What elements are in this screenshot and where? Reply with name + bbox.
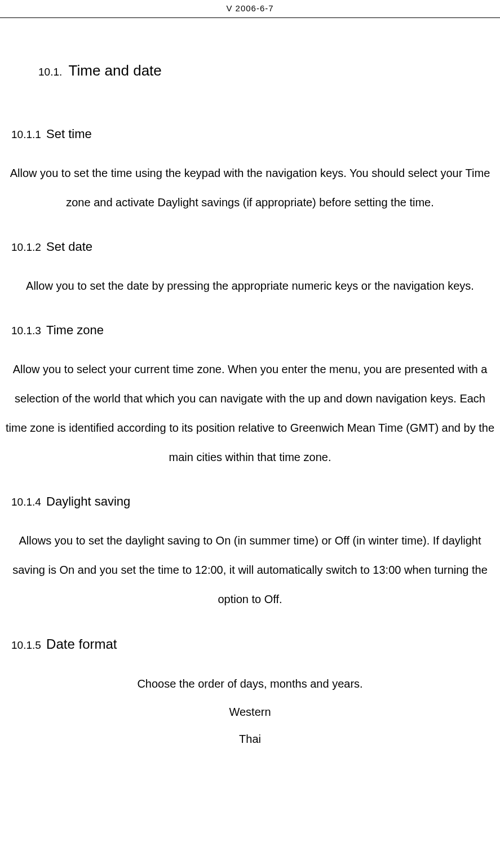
subsection-title: Time zone — [46, 323, 104, 337]
section-number: 10.1. — [38, 66, 62, 78]
subsection-title: Set date — [46, 240, 92, 254]
section-title-text: Time and date — [69, 62, 162, 79]
date-format-option-thai: Thai — [5, 725, 495, 752]
subsection-heading-time-zone: 10.1.3 Time zone — [11, 323, 495, 338]
document-page: V 2006-6-7 10.1. Time and date 10.1.1 Se… — [0, 0, 500, 868]
subsection-number: 10.1.1 — [11, 129, 41, 140]
subsection-heading-set-time: 10.1.1 Set time — [11, 127, 495, 141]
subsection-body-set-time: Allow you to set the time using the keyp… — [5, 158, 495, 217]
version-date: V 2006-6-7 — [226, 3, 273, 13]
subsection-number: 10.1.5 — [11, 639, 41, 651]
subsection-number: 10.1.2 — [11, 241, 41, 253]
page-header: V 2006-6-7 — [0, 0, 500, 18]
date-format-option-western: Western — [5, 698, 495, 725]
subsection-number: 10.1.3 — [11, 325, 41, 336]
subsection-body-set-date: Allow you to set the date by pressing th… — [5, 271, 495, 300]
subsection-heading-set-date: 10.1.2 Set date — [11, 240, 495, 254]
subsection-title: Set time — [46, 127, 92, 141]
subsection-heading-date-format: 10.1.5 Date format — [11, 636, 495, 652]
subsection-heading-daylight-saving: 10.1.4 Daylight saving — [11, 494, 495, 509]
subsection-body-daylight-saving: Allows you to set the daylight saving to… — [5, 526, 495, 614]
subsection-body-date-format: Choose the order of days, months and yea… — [5, 669, 495, 698]
subsection-number: 10.1.4 — [11, 496, 41, 508]
subsection-title: Date format — [46, 636, 117, 652]
page-content: 10.1. Time and date 10.1.1 Set time Allo… — [0, 62, 500, 752]
section-heading: 10.1. Time and date — [38, 62, 495, 79]
subsection-body-time-zone: Allow you to select your current time zo… — [5, 355, 495, 472]
subsection-title: Daylight saving — [46, 494, 130, 508]
